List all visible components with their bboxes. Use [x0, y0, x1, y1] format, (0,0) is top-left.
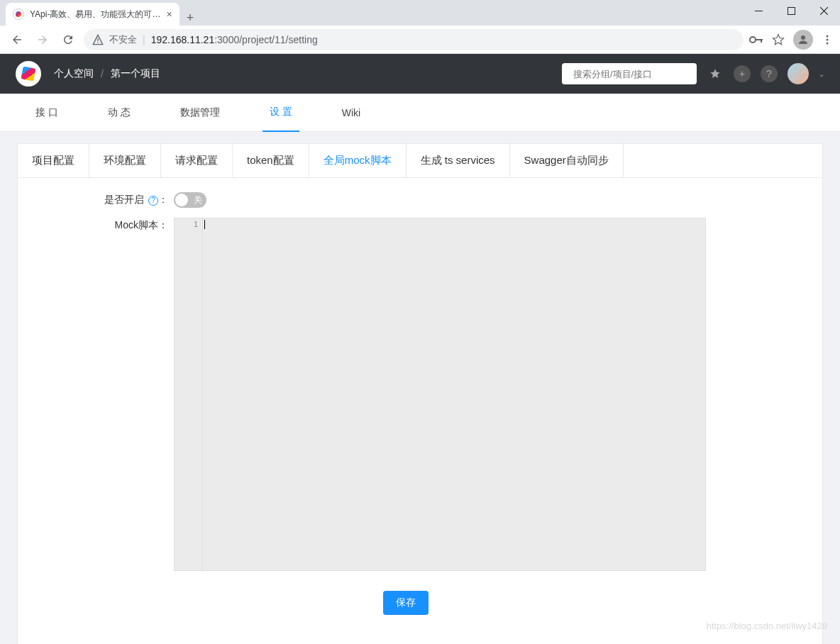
svg-point-7 — [801, 35, 805, 40]
url-text: 192.168.11.21:3000/project/11/setting — [151, 34, 318, 45]
sub-tab-3[interactable]: token配置 — [233, 144, 309, 177]
address-bar[interactable]: 不安全 | 192.168.11.21:3000/project/11/sett… — [84, 29, 744, 50]
enable-toggle[interactable]: 关 — [174, 192, 206, 208]
line-number: 1 — [175, 220, 198, 228]
main-tab-2[interactable]: 数据管理 — [173, 94, 227, 132]
toggle-off-text: 关 — [194, 194, 202, 206]
sub-tab-5[interactable]: 生成 ts services — [407, 144, 510, 177]
svg-rect-1 — [788, 7, 795, 14]
editor-textarea[interactable] — [203, 218, 705, 570]
close-tab-icon[interactable]: × — [166, 9, 172, 20]
browser-tab-bar: YApi-高效、易用、功能强大的可… × + — [0, 0, 840, 26]
search-box[interactable] — [562, 63, 697, 84]
sub-tab-0[interactable]: 项目配置 — [18, 144, 89, 177]
add-header-icon[interactable]: + — [734, 65, 751, 82]
script-label: Mock脚本： — [18, 218, 174, 232]
svg-point-8 — [827, 35, 829, 37]
reload-button[interactable] — [58, 30, 78, 50]
breadcrumb-space[interactable]: 个人空间 — [54, 67, 94, 80]
watermark: https://blog.csdn.net/llwy1428 — [706, 621, 827, 631]
settings-panel: 项目配置环境配置请求配置token配置全局mock脚本生成 ts service… — [17, 143, 823, 644]
search-input[interactable] — [573, 69, 692, 79]
app-logo[interactable] — [16, 61, 41, 87]
content-area: 项目配置环境配置请求配置token配置全局mock脚本生成 ts service… — [0, 132, 840, 644]
key-icon[interactable] — [749, 35, 763, 44]
app-header: 个人空间 / 第一个项目 + ? ⌄ — [0, 54, 840, 94]
breadcrumb-separator: / — [101, 68, 104, 79]
sub-tab-4[interactable]: 全局mock脚本 — [309, 144, 407, 177]
svg-rect-3 — [97, 42, 98, 43]
favicon-icon — [13, 9, 24, 20]
browser-tab[interactable]: YApi-高效、易用、功能强大的可… × — [6, 3, 179, 26]
code-editor[interactable]: 1 — [174, 218, 706, 571]
new-tab-button[interactable]: + — [179, 11, 201, 26]
svg-rect-2 — [97, 38, 98, 41]
forward-button[interactable] — [33, 30, 52, 50]
main-tab-1[interactable]: 动 态 — [101, 94, 138, 132]
insecure-icon — [92, 34, 104, 45]
main-tab-4[interactable]: Wiki — [335, 94, 368, 132]
chrome-profile-icon[interactable] — [793, 30, 813, 50]
editor-gutter: 1 — [175, 218, 203, 570]
window-controls — [742, 0, 840, 21]
sub-tabs: 项目配置环境配置请求配置token配置全局mock脚本生成 ts service… — [18, 144, 822, 178]
sub-tab-2[interactable]: 请求配置 — [161, 144, 233, 177]
help-header-icon[interactable]: ? — [761, 65, 778, 82]
maximize-button[interactable] — [775, 0, 807, 21]
security-label: 不安全 — [109, 33, 137, 46]
main-tab-0[interactable]: 接 口 — [28, 94, 65, 132]
svg-point-9 — [827, 38, 829, 40]
save-button[interactable]: 保存 — [383, 591, 429, 615]
breadcrumb: 个人空间 / 第一个项目 — [54, 67, 160, 80]
svg-point-4 — [750, 37, 756, 43]
back-button[interactable] — [7, 30, 27, 50]
toggle-knob — [175, 194, 188, 206]
star-header-icon[interactable] — [707, 65, 724, 82]
help-icon[interactable]: ? — [148, 196, 158, 206]
sub-tab-1[interactable]: 环境配置 — [89, 144, 161, 177]
svg-rect-0 — [755, 11, 763, 11]
svg-point-10 — [827, 42, 829, 44]
chrome-menu-icon[interactable] — [822, 34, 833, 45]
enable-label: 是否开启 ?： — [18, 192, 174, 206]
star-icon[interactable] — [772, 33, 785, 46]
tab-title: YApi-高效、易用、功能强大的可… — [30, 9, 160, 21]
chevron-down-icon[interactable]: ⌄ — [819, 70, 824, 78]
main-tabs: 接 口动 态数据管理设 置Wiki — [0, 94, 840, 132]
close-window-button[interactable] — [807, 0, 840, 21]
breadcrumb-project[interactable]: 第一个项目 — [111, 67, 160, 80]
browser-toolbar: 不安全 | 192.168.11.21:3000/project/11/sett… — [0, 26, 840, 54]
form-area: 是否开启 ?： 关 Mock脚本： 1 — [18, 178, 822, 644]
svg-rect-6 — [761, 39, 762, 43]
user-avatar[interactable] — [788, 63, 809, 84]
sub-tab-6[interactable]: Swagger自动同步 — [510, 144, 624, 177]
minimize-button[interactable] — [742, 0, 775, 21]
main-tab-3[interactable]: 设 置 — [262, 94, 299, 132]
